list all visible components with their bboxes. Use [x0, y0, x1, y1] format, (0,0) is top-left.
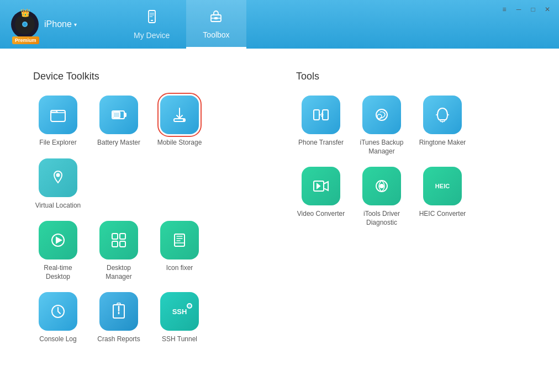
premium-badge: Premium [12, 36, 39, 44]
desktop-manager-icon-wrap [99, 221, 138, 259]
tab-toolbox-label: Toolbox [203, 30, 229, 39]
main-content: Device Toolkits File Explorer [0, 49, 559, 392]
sections-row: Device Toolkits File Explorer [33, 71, 526, 355]
toolbox-icon [208, 8, 224, 27]
tool-desktop-manager[interactable]: Desktop Manager [94, 221, 144, 281]
device-toolkits-section: Device Toolkits File Explorer [33, 71, 263, 355]
ssh-tunnel-label: SSH Tunnel [162, 335, 197, 344]
minimize-button[interactable]: ─ [514, 4, 524, 14]
tool-ssh-tunnel[interactable]: SSH SSH Tunnel [155, 292, 204, 344]
device-toolkits-row2: Real-time Desktop Desktop Manager [33, 221, 263, 281]
svg-rect-18 [112, 234, 118, 239]
icon-fixer-icon-wrap [160, 221, 199, 259]
tab-my-device-label: My Device [134, 31, 170, 40]
itunes-backup-icon-wrap [362, 96, 401, 134]
svg-rect-9 [214, 17, 218, 19]
svg-rect-20 [112, 241, 118, 247]
console-log-icon-wrap [39, 292, 77, 331]
svg-point-28 [377, 114, 382, 119]
icon-fixer-label: Icon fixer [166, 264, 193, 273]
tool-console-log[interactable]: Console Log [33, 292, 83, 344]
menu-button[interactable]: ≡ [499, 4, 509, 14]
close-button[interactable]: ✕ [542, 4, 552, 14]
desktop-manager-label: Desktop Manager [94, 264, 144, 281]
itunes-backup-label: iTunes Backup Manager [357, 139, 407, 156]
tool-phone-transfer[interactable]: Phone Transfer [296, 96, 346, 156]
nav-tabs: My Device Toolbox [117, 0, 246, 49]
tool-file-explorer[interactable]: File Explorer [33, 96, 83, 147]
mobile-storage-icon-wrap [160, 96, 199, 134]
realtime-desktop-label: Real-time Desktop [33, 264, 83, 281]
ringtone-maker-label: Ringtone Maker [419, 139, 466, 147]
svg-point-36 [380, 184, 383, 188]
tool-battery-master[interactable]: Battery Master [94, 96, 144, 147]
file-explorer-icon-wrap [39, 96, 77, 134]
svg-point-15 [183, 120, 184, 121]
svg-point-1 [23, 23, 27, 26]
svg-rect-21 [120, 241, 125, 247]
battery-master-icon-wrap [99, 96, 138, 134]
svg-rect-19 [120, 234, 125, 239]
tab-my-device[interactable]: My Device [117, 0, 186, 49]
tool-mobile-storage[interactable]: Mobile Storage [155, 96, 204, 147]
device-toolkits-title: Device Toolkits [33, 71, 263, 82]
video-converter-icon-wrap [302, 167, 340, 205]
ringtone-maker-icon-wrap [423, 96, 462, 134]
file-explorer-label: File Explorer [39, 139, 76, 147]
device-toolkits-row3: Console Log Crash Reports [33, 292, 263, 344]
virtual-location-label: Virtual Location [35, 202, 81, 210]
maximize-button[interactable]: □ [528, 4, 538, 14]
svg-rect-13 [113, 112, 120, 118]
tool-icon-fixer[interactable]: Icon fixer [155, 221, 204, 281]
heic-converter-label: HEIC Converter [419, 210, 466, 219]
battery-master-label: Battery Master [97, 139, 140, 147]
tool-heic-converter[interactable]: HEIC HEIC Converter [418, 167, 467, 227]
video-converter-label: Video Converter [297, 210, 345, 219]
tool-crash-reports[interactable]: Crash Reports [94, 292, 144, 344]
crash-reports-label: Crash Reports [97, 335, 140, 344]
svg-rect-12 [124, 113, 126, 116]
console-log-label: Console Log [39, 335, 76, 344]
phone-transfer-label: Phone Transfer [298, 139, 344, 147]
mobile-storage-label: Mobile Storage [157, 139, 202, 147]
header: 👑 iPhone ▾ Premium My Devic [0, 0, 559, 49]
tool-itunes-backup[interactable]: iTunes Backup Manager [357, 96, 407, 156]
tool-ringtone-maker[interactable]: Ringtone Maker [418, 96, 467, 156]
my-device-icon [144, 9, 160, 28]
svg-rect-25 [314, 110, 319, 120]
device-name[interactable]: iPhone ▾ [44, 19, 77, 29]
device-toolkits-row1: File Explorer Battery Master [33, 96, 263, 210]
svg-rect-30 [440, 120, 445, 121]
phone-transfer-icon-wrap [302, 96, 340, 134]
titlebar: ≡ ─ □ ✕ [493, 0, 559, 19]
logo-area: 👑 iPhone ▾ Premium [0, 0, 117, 49]
tool-virtual-location[interactable]: Virtual Location [33, 158, 83, 210]
tools-row2: Video Converter iTools Driver Diagnostic [296, 167, 526, 227]
crash-reports-icon-wrap [99, 292, 138, 331]
realtime-desktop-icon-wrap [39, 221, 77, 259]
ssh-tunnel-icon-wrap: SSH [160, 292, 199, 331]
tools-title: Tools [296, 71, 526, 82]
tools-section: Tools Phone Transfer [296, 71, 526, 355]
itools-driver-icon-wrap [362, 167, 401, 205]
svg-point-16 [57, 173, 60, 176]
tab-toolbox[interactable]: Toolbox [186, 0, 246, 49]
tool-video-converter[interactable]: Video Converter [296, 167, 346, 227]
itools-driver-label: iTools Driver Diagnostic [357, 210, 407, 227]
heic-converter-icon-wrap: HEIC [423, 167, 462, 205]
tool-realtime-desktop[interactable]: Real-time Desktop [33, 221, 83, 281]
virtual-location-icon-wrap [39, 158, 77, 197]
tools-row1: Phone Transfer iTunes Backup Manager [296, 96, 526, 156]
tool-itools-driver[interactable]: iTools Driver Diagnostic [357, 167, 407, 227]
